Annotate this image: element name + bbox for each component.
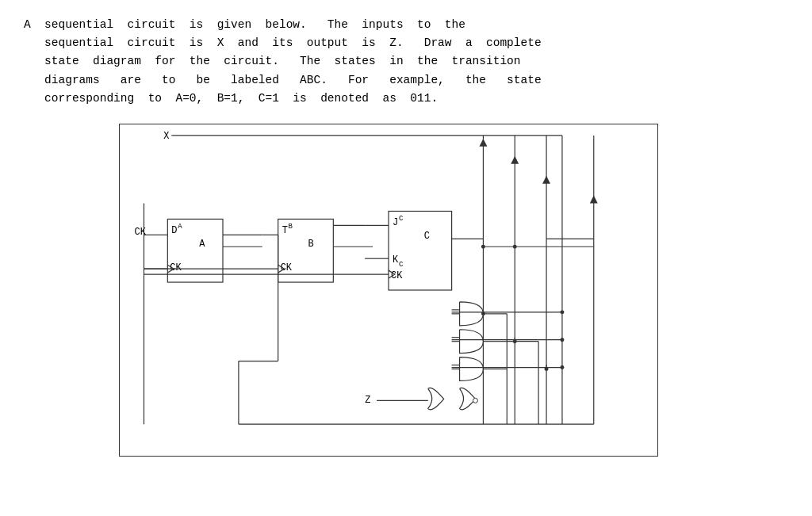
svg-text:T: T: [282, 225, 288, 236]
svg-text:B: B: [289, 223, 293, 231]
svg-point-75: [560, 365, 564, 369]
svg-marker-35: [542, 176, 550, 184]
svg-marker-33: [479, 139, 487, 147]
problem-text: A sequential circuit is given below. The…: [24, 16, 788, 108]
svg-point-74: [560, 338, 564, 342]
svg-text:C: C: [399, 215, 403, 223]
svg-point-60: [481, 245, 485, 249]
svg-text:C: C: [424, 231, 430, 242]
svg-text:A: A: [178, 223, 182, 231]
svg-text:K: K: [393, 254, 399, 266]
svg-text:J: J: [393, 217, 398, 228]
svg-text:D: D: [171, 225, 177, 236]
svg-text:A: A: [199, 239, 205, 250]
svg-text:B: B: [308, 239, 313, 250]
svg-point-61: [513, 245, 517, 249]
svg-text:CK: CK: [135, 227, 147, 238]
svg-text:Z: Z: [365, 395, 370, 406]
svg-point-73: [560, 310, 564, 314]
svg-marker-34: [511, 156, 519, 164]
circuit-svg: text { font-family: 'Courier New', monos…: [120, 124, 657, 456]
svg-point-66: [473, 398, 477, 403]
circuit-diagram: text { font-family: 'Courier New', monos…: [119, 124, 658, 457]
svg-text:C: C: [399, 261, 403, 269]
x-label: X: [163, 131, 169, 142]
